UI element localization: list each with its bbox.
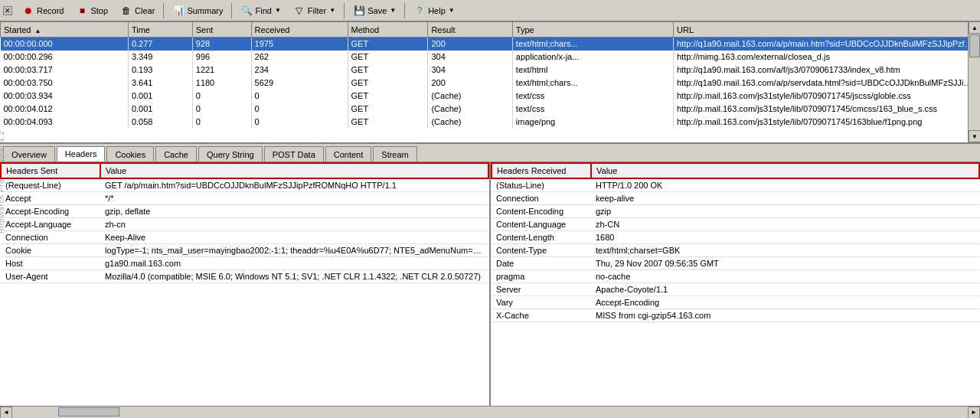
save-button[interactable]: 💾 Save ▼ xyxy=(348,2,401,19)
request-table: Started ▲ Time Sent Received Method Resu… xyxy=(0,21,980,129)
help-button[interactable]: ? Help ▼ xyxy=(408,2,460,19)
clear-button[interactable]: 🗑 Clear xyxy=(115,2,160,19)
filter-button[interactable]: ▽ Filter ▼ xyxy=(288,2,341,19)
separator-1 xyxy=(163,3,164,18)
headers-received-row[interactable]: ServerApache-Coyote/1.1 xyxy=(492,283,979,296)
table-scrollbar-right[interactable]: ▲ ▼ xyxy=(968,21,980,142)
tabs-bar: Overview Headers Cookies Cache Query Str… xyxy=(0,144,980,162)
table-row[interactable]: 00:00:04.0120.00100GET(Cache)text/csshtt… xyxy=(1,103,980,116)
find-label: Find xyxy=(255,6,271,15)
scroll-thumb[interactable] xyxy=(969,34,980,57)
headers-received-row[interactable]: X-CacheMISS from cgi-gzip54.163.com xyxy=(492,309,979,322)
scroll-track[interactable] xyxy=(12,407,968,418)
headers-sent-row[interactable]: User-AgentMozilla/4.0 (compatible; MSIE … xyxy=(1,270,488,283)
tab-cookies[interactable]: Cookies xyxy=(106,146,154,162)
headers-sent-col-name[interactable]: Headers Sent xyxy=(1,163,100,178)
headers-received-row[interactable]: (Status-Line)HTTP/1.0 200 OK xyxy=(492,178,979,192)
stop-button[interactable]: ■ Stop xyxy=(70,2,113,19)
tab-stream[interactable]: Stream xyxy=(373,146,416,162)
clear-icon: 🗑 xyxy=(120,5,132,17)
scroll-up-btn[interactable]: ▲ xyxy=(969,21,980,34)
tab-headers[interactable]: Headers xyxy=(57,146,106,162)
headers-sent-table: Headers Sent Value (Request-Line)GET /a/… xyxy=(0,162,489,283)
filter-label: Filter xyxy=(308,6,326,15)
filter-icon: ▽ xyxy=(293,5,305,17)
clear-label: Clear xyxy=(135,6,155,15)
col-received[interactable]: Received xyxy=(251,22,348,38)
headers-received-col-name[interactable]: Headers Received xyxy=(492,163,591,178)
tab-overview[interactable]: Overview xyxy=(3,146,55,162)
col-result[interactable]: Result xyxy=(428,22,512,38)
col-started[interactable]: Started ▲ xyxy=(1,22,129,38)
separator-3 xyxy=(344,3,345,18)
headers-received-table: Headers Received Value (Status-Line)HTTP… xyxy=(491,162,980,322)
col-type[interactable]: Type xyxy=(512,22,673,38)
summary-button[interactable]: 📊 Summary xyxy=(167,2,228,19)
save-label: Save xyxy=(368,6,387,15)
toolbar: ✕ ⏺ Record ■ Stop 🗑 Clear 📊 Summary 🔍 Fi… xyxy=(0,0,980,21)
headers-received-row[interactable]: Content-Languagezh-CN xyxy=(492,218,979,231)
headers-sent-row[interactable]: (Request-Line)GET /a/p/main.htm?sid=UBDC… xyxy=(1,178,488,192)
headers-received-row[interactable]: Content-Typetext/html;charset=GBK xyxy=(492,244,979,257)
close-button[interactable]: ✕ xyxy=(3,6,12,15)
col-url[interactable]: URL xyxy=(674,22,980,38)
headers-sent-row[interactable]: ConnectionKeep-Alive xyxy=(1,231,488,244)
separator-4 xyxy=(404,3,405,18)
help-label: Help xyxy=(428,6,446,15)
headers-received-row[interactable]: pragmano-cache xyxy=(492,270,979,283)
col-sent[interactable]: Sent xyxy=(192,22,251,38)
tab-cache[interactable]: Cache xyxy=(155,146,197,162)
scroll-right-btn[interactable]: ► xyxy=(968,407,980,419)
headers-sent-row[interactable]: Accept*/* xyxy=(1,192,488,205)
bottom-scrollbar[interactable]: ◄ ► xyxy=(0,406,980,418)
table-row[interactable]: 00:00:03.9340.00100GET(Cache)text/csshtt… xyxy=(1,90,980,103)
table-area: Started ▲ Time Sent Received Method Resu… xyxy=(0,21,980,144)
headers-sent-col-value[interactable]: Value xyxy=(100,163,488,178)
save-icon: 💾 xyxy=(353,5,365,17)
headers-received-row[interactable]: Content-Length1680 xyxy=(492,231,979,244)
headers-received-row[interactable]: VaryAccept-Encoding xyxy=(492,296,979,309)
headers-sent-row[interactable]: Accept-Languagezh-cn xyxy=(1,218,488,231)
col-time[interactable]: Time xyxy=(128,22,192,38)
headers-received-col-value[interactable]: Value xyxy=(591,163,979,178)
record-icon: ⏺ xyxy=(22,5,34,17)
separator-2 xyxy=(231,3,232,18)
record-button[interactable]: ⏺ Record xyxy=(17,2,69,19)
filter-dropdown-arrow: ▼ xyxy=(329,7,335,14)
find-dropdown-arrow: ▼ xyxy=(275,7,281,14)
headers-sent-row[interactable]: CookielogType=-1; nts_mail_user=mayingba… xyxy=(1,244,488,257)
left-panel: Headers Sent Value (Request-Line)GET /a/… xyxy=(0,162,491,406)
tab-postdata[interactable]: POST Data xyxy=(264,146,324,162)
summary-icon: 📊 xyxy=(172,5,185,17)
save-dropdown-arrow: ▼ xyxy=(390,7,396,14)
table-row[interactable]: 00:00:00.0000.2779281975GET200text/html;… xyxy=(1,38,980,51)
main-area: Started ▲ Time Sent Received Method Resu… xyxy=(0,21,980,418)
help-dropdown-arrow: ▼ xyxy=(449,7,455,14)
summary-label: Summary xyxy=(187,6,223,15)
table-row[interactable]: 00:00:03.7170.1931221234GET304text/htmlh… xyxy=(1,64,980,77)
scroll-horiz-thumb[interactable] xyxy=(58,407,119,416)
table-row[interactable]: 00:00:03.7503.64111805629GET200text/html… xyxy=(1,77,980,90)
scroll-down-btn[interactable]: ▼ xyxy=(969,130,980,142)
right-panel: Headers Received Value (Status-Line)HTTP… xyxy=(491,162,980,406)
headers-sent-row[interactable]: Hostg1a90.mail.163.com xyxy=(1,257,488,270)
tab-querystring[interactable]: Query String xyxy=(198,146,263,162)
headers-received-row[interactable]: DateThu, 29 Nov 2007 09:56:35 GMT xyxy=(492,257,979,270)
bottom-panel: Overview Headers Cookies Cache Query Str… xyxy=(0,144,980,418)
find-button[interactable]: 🔍 Find ▼ xyxy=(235,2,286,19)
stop-label: Stop xyxy=(90,6,108,15)
table-row[interactable]: 00:00:00.2963.349996262GET304application… xyxy=(1,51,980,64)
record-label: Record xyxy=(37,6,64,15)
detail-area: Headers Sent Value (Request-Line)GET /a/… xyxy=(0,162,980,406)
headers-received-row[interactable]: Content-Encodinggzip xyxy=(492,205,979,218)
tab-content[interactable]: Content xyxy=(325,146,372,162)
col-method[interactable]: Method xyxy=(348,22,428,38)
table-row[interactable]: 00:00:04.0930.05800GET(Cache)image/pnght… xyxy=(1,116,980,129)
help-icon: ? xyxy=(413,5,426,17)
find-icon: 🔍 xyxy=(240,5,253,17)
headers-sent-row[interactable]: Accept-Encodinggzip, deflate xyxy=(1,205,488,218)
headers-received-row[interactable]: Connectionkeep-alive xyxy=(492,192,979,205)
scroll-left-btn[interactable]: ◄ xyxy=(0,407,12,419)
stop-icon: ■ xyxy=(76,5,88,17)
